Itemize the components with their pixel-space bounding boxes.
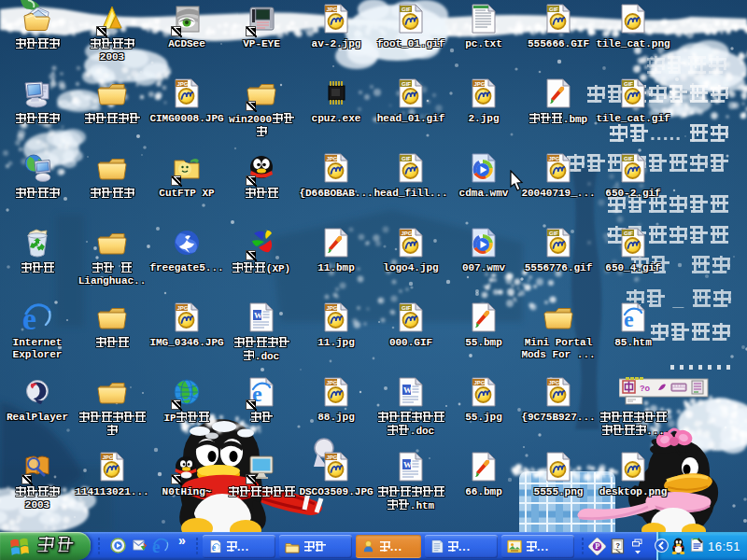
svg-text:?o: ?o [640,384,650,393]
svg-text:?: ? [615,541,620,550]
svg-text:P: P [595,542,599,551]
